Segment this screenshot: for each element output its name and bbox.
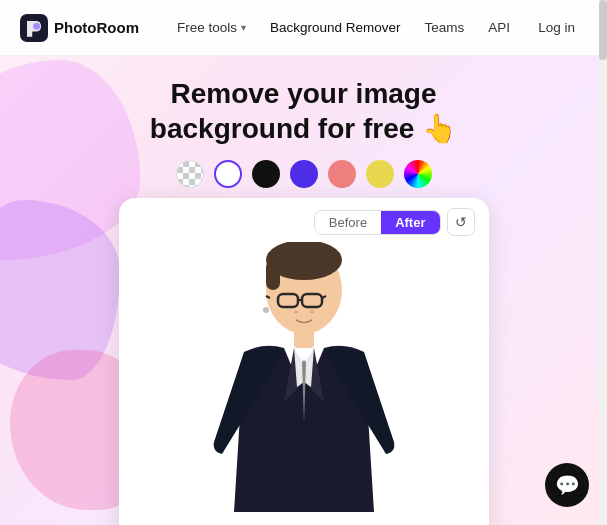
- svg-point-11: [310, 311, 314, 314]
- refresh-button[interactable]: ↺: [447, 208, 475, 236]
- swatch-purple[interactable]: [290, 160, 318, 188]
- svg-point-13: [263, 307, 269, 313]
- chat-bubble-button[interactable]: 💬: [545, 463, 589, 507]
- swatch-yellow[interactable]: [366, 160, 394, 188]
- swatch-transparent[interactable]: [176, 160, 204, 188]
- navbar: PhotoRoom Free tools ▾ Background Remove…: [0, 0, 607, 56]
- svg-point-10: [294, 311, 298, 314]
- chevron-down-icon: ▾: [241, 22, 246, 33]
- login-button[interactable]: Log in: [526, 14, 587, 41]
- logo-icon: [20, 14, 48, 42]
- main-content: Remove your image background for free 👆 …: [0, 56, 607, 525]
- headline-emoji: 👆: [422, 111, 457, 146]
- chat-icon: 💬: [555, 473, 580, 497]
- swatch-gradient[interactable]: [404, 160, 432, 188]
- svg-rect-12: [294, 330, 314, 348]
- color-palette: [176, 160, 432, 188]
- refresh-icon: ↺: [455, 214, 467, 230]
- toggle-bar: Before After ↺: [119, 198, 489, 242]
- person-image-area: [119, 242, 489, 512]
- nav-right: Log in: [526, 14, 587, 41]
- logo-text: PhotoRoom: [54, 19, 139, 36]
- scrollbar-thumb[interactable]: [599, 0, 607, 60]
- person-silhouette: [194, 242, 414, 512]
- teams-link[interactable]: Teams: [415, 14, 475, 41]
- api-link[interactable]: API: [478, 14, 520, 41]
- swatch-pink[interactable]: [328, 160, 356, 188]
- action-buttons: ⬇ Download ✎ Edit: [119, 512, 489, 525]
- free-tools-link[interactable]: Free tools ▾: [167, 14, 256, 41]
- preview-card: Before After ↺: [119, 198, 489, 525]
- after-button[interactable]: After: [381, 211, 439, 234]
- bg-remover-link[interactable]: Background Remover: [260, 14, 411, 41]
- logo[interactable]: PhotoRoom: [20, 14, 139, 42]
- svg-point-1: [33, 22, 40, 29]
- scrollbar-rail: [599, 0, 607, 525]
- svg-rect-4: [266, 260, 280, 290]
- before-button[interactable]: Before: [315, 211, 381, 234]
- before-after-toggle: Before After: [314, 210, 441, 235]
- swatch-black[interactable]: [252, 160, 280, 188]
- swatch-white[interactable]: [214, 160, 242, 188]
- page-title: Remove your image background for free 👆: [150, 76, 457, 146]
- nav-links: Free tools ▾ Background Remover Teams AP…: [167, 14, 526, 41]
